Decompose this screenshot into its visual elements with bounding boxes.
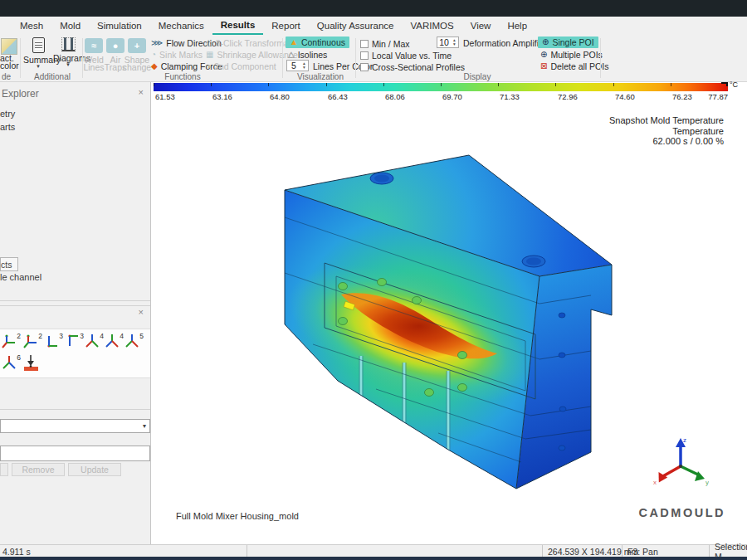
- visualization-group-label: Visualization: [286, 72, 355, 81]
- poi-config-icon[interactable]: 2: [22, 333, 42, 349]
- menu-results[interactable]: Results: [212, 17, 264, 35]
- functions-group-label: Functions: [133, 72, 232, 81]
- continuous-toggle[interactable]: ▲Continuous: [286, 37, 349, 47]
- legend-result-name: Snapshot Mold Temperature: [609, 115, 724, 126]
- axis-x-label: x: [653, 479, 657, 486]
- second-component-button[interactable]: ◑ 2nd Component: [206, 61, 276, 71]
- three-click-transformation-icon: ◇: [206, 39, 212, 47]
- explorer-close-icon[interactable]: ×: [139, 87, 144, 97]
- legend-quantity: Temperature: [609, 126, 724, 137]
- poi-drop-icon[interactable]: [22, 354, 42, 371]
- 3d-viewport[interactable]: Snapshot Mold Temperature Temperature 62…: [152, 82, 747, 544]
- poi-config-icon[interactable]: 3: [64, 333, 84, 349]
- delete-all-pois-button[interactable]: ⊠ Delete all POIs: [540, 61, 608, 71]
- explorer-title: Explorer: [2, 88, 39, 100]
- legend-time: 62.000 s / 0.00 %: [609, 136, 724, 147]
- lines-per-color-stepper[interactable]: 5 ▴▾: [286, 60, 309, 71]
- remove-button[interactable]: Remove: [12, 463, 65, 476]
- result-legend: Snapshot Mold Temperature Temperature 62…: [609, 115, 724, 147]
- cut-group-label: act.color: [0, 55, 22, 70]
- shrinkage-allowance-icon: ▦: [206, 51, 213, 59]
- local-value-vs-time-checkbox[interactable]: Local Value vs. Time: [360, 50, 452, 61]
- menu-quality-assurance[interactable]: Quality Assurance: [309, 17, 403, 35]
- group-divider: [282, 38, 283, 78]
- poi-config-icon[interactable]: 4: [104, 333, 124, 349]
- panel-divider: [0, 300, 150, 301]
- poi-config-icon[interactable]: 4: [84, 333, 104, 349]
- clamping-force-icon: ◆: [151, 62, 158, 71]
- cut-button[interactable]: [0, 463, 8, 476]
- colorbar-tick-labels: 61.53 63.16 64.80 66.43 68.06 69.70 71.3…: [154, 92, 747, 101]
- continuous-icon: ▲: [290, 38, 298, 46]
- summary-button[interactable]: Summary ▾: [23, 37, 53, 69]
- group-divider: [20, 38, 21, 78]
- menu-report[interactable]: Report: [263, 17, 309, 35]
- status-time: 4.911 s: [2, 546, 31, 557]
- status-pan-hint: F3: Pan: [627, 546, 658, 557]
- tree-item-parts[interactable]: arts: [0, 122, 15, 132]
- weld-lines-icon: ≈: [85, 38, 103, 53]
- poi-config-icon[interactable]: 3: [43, 333, 63, 349]
- objects-chip[interactable]: cts: [0, 257, 18, 271]
- multiple-pois-icon: ⊕: [540, 51, 547, 59]
- poi-config-icon[interactable]: 5: [124, 333, 144, 349]
- colorbar-max-marker: [721, 82, 728, 86]
- delete-all-pois-icon: ⊠: [540, 62, 547, 71]
- stepper-arrows[interactable]: ▴▾: [300, 61, 308, 71]
- panel-divider: [0, 305, 150, 306]
- poi-config-icon[interactable]: 6: [1, 354, 21, 371]
- mold-3d-model[interactable]: [251, 149, 633, 497]
- display-group-label: Display: [440, 72, 515, 81]
- window-bottom-edge: [0, 557, 747, 560]
- sink-marks-button[interactable]: ◔ Sink Marks: [151, 49, 203, 60]
- cross-sectional-profiles-checkbox[interactable]: Cross-Sectional Profiles: [360, 61, 465, 72]
- single-poi-button[interactable]: ⊕Single POI: [538, 37, 598, 47]
- tree-item-geometry[interactable]: etry: [0, 109, 15, 119]
- explorer-panel: Explorer × etry arts cts le channel × 2 …: [0, 82, 151, 544]
- cut-group-name: de: [0, 72, 18, 81]
- tree-item-channel[interactable]: le channel: [0, 272, 42, 282]
- shrinkage-allowance-button[interactable]: ▦ Shrinkage Allowance: [206, 49, 298, 60]
- status-bar: 4.911 s 264.539 X 194.419 mm F3: Pan Sel…: [0, 544, 747, 557]
- status-selection-mode: Selection M: [715, 546, 747, 557]
- menu-varimos[interactable]: VARIMOS: [403, 17, 462, 35]
- status-dimensions: 264.539 X 194.419 mm: [548, 546, 638, 557]
- poi-value-input[interactable]: [0, 446, 150, 461]
- poi-select-dropdown[interactable]: ▾: [0, 419, 150, 433]
- group-divider: [355, 38, 356, 78]
- stepper-arrows[interactable]: ▴▾: [451, 37, 458, 47]
- summary-icon: [32, 37, 45, 53]
- menu-help[interactable]: Help: [499, 17, 535, 35]
- panel-divider: [0, 409, 150, 410]
- menu-mechanics[interactable]: Mechanics: [150, 17, 212, 35]
- menu-view[interactable]: View: [462, 17, 500, 35]
- poi-panel-close-icon[interactable]: ×: [139, 307, 144, 317]
- diagrams-button[interactable]: Diagrams ▾: [53, 37, 83, 67]
- isolines-toggle[interactable]: △ Isolines: [288, 49, 327, 60]
- menu-bar: Mesh Mold Simulation Mechanics Results R…: [0, 17, 747, 35]
- temperature-colorbar: [154, 83, 728, 91]
- menu-simulation[interactable]: Simulation: [89, 17, 150, 35]
- second-component-icon: ◑: [206, 62, 211, 71]
- ribbon: act.color de Summary ▾ Diagrams ▾ Additi…: [0, 35, 747, 82]
- shape-change-button[interactable]: Shapechange: [121, 56, 153, 71]
- poi-config-icon[interactable]: 2: [1, 333, 21, 349]
- orientation-axes: z x y: [650, 435, 712, 493]
- cadmould-window: Mesh Mold Simulation Mechanics Results R…: [0, 0, 747, 560]
- menu-mesh[interactable]: Mesh: [12, 17, 51, 35]
- colorbar-unit: °C: [730, 80, 738, 89]
- cadmould-logo: CADMOULD: [638, 506, 725, 519]
- min-max-checkbox[interactable]: Min / Max: [360, 38, 410, 49]
- update-button[interactable]: Update: [68, 463, 121, 476]
- shape-change-icon: +: [128, 38, 146, 53]
- model-caption: Full Mold Mixer Housing_mold: [176, 511, 299, 521]
- cut-group-icon[interactable]: [1, 38, 17, 55]
- multiple-pois-button[interactable]: ⊕ Multiple POIs: [540, 49, 603, 60]
- sink-marks-icon: ◔: [151, 51, 156, 59]
- flow-direction-icon: ⋙: [151, 39, 163, 47]
- menu-mold[interactable]: Mold: [51, 17, 89, 35]
- axis-z-label: z: [683, 436, 686, 444]
- group-divider: [600, 38, 601, 78]
- deformation-amplification-stepper[interactable]: 10 ▴▾: [437, 37, 459, 48]
- title-bar: [0, 0, 747, 17]
